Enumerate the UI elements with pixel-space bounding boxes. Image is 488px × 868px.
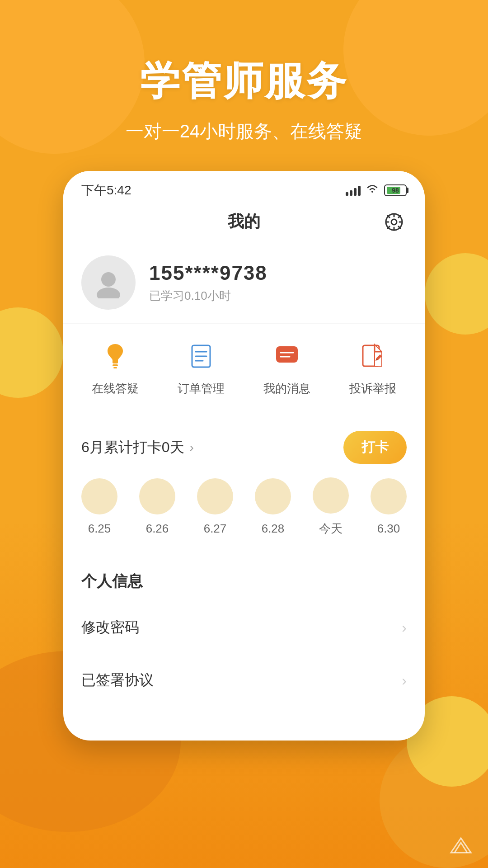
checkin-arrow-icon: ›: [190, 440, 194, 455]
report-label: 投诉举报: [349, 381, 396, 396]
action-report[interactable]: 投诉举报: [349, 337, 396, 396]
checkin-header: 6月累计打卡0天 › 打卡: [81, 431, 407, 464]
profile-section: 155****9738 已学习0.10小时: [63, 242, 425, 323]
change-password-label: 修改密码: [81, 618, 139, 637]
day-item-2: 6.27: [197, 478, 233, 536]
day-item-3: 6.28: [255, 478, 291, 536]
day-item-4: 今天: [313, 477, 349, 537]
signed-agreement-label: 已签署协议: [81, 670, 154, 690]
qa-label: 在线答疑: [92, 381, 139, 396]
action-qa[interactable]: 在线答疑: [92, 337, 139, 396]
svg-rect-13: [113, 367, 117, 368]
avatar[interactable]: [81, 255, 136, 310]
day-circle-1: [139, 478, 175, 514]
day-circle-0: [81, 478, 117, 514]
day-circle-4: [313, 477, 349, 514]
day-label-3: 6.28: [262, 522, 285, 536]
status-bar: 下午5:42 98: [63, 171, 425, 206]
day-label-2: 6.27: [204, 522, 227, 536]
nav-bar: 我的: [63, 206, 425, 242]
blob-middle-left: [0, 307, 63, 398]
wifi-icon: [366, 184, 379, 197]
checkin-button[interactable]: 打卡: [343, 431, 407, 464]
change-password-arrow-icon: ›: [402, 619, 407, 636]
report-icon-wrap: [355, 337, 391, 373]
change-password-item[interactable]: 修改密码 ›: [81, 601, 407, 654]
svg-rect-12: [113, 364, 118, 366]
day-label-0: 6.25: [88, 522, 111, 536]
header-area: 学管师服务 一对一24小时服务、在线答疑: [0, 0, 488, 144]
action-message[interactable]: 我的消息: [263, 337, 310, 396]
checkin-days: 6.25 6.26 6.27 6.28 今天: [81, 477, 407, 537]
order-label: 订单管理: [178, 381, 225, 396]
order-icon-wrap: [183, 337, 219, 373]
message-icon-wrap: [269, 337, 305, 373]
status-icons: 98: [346, 184, 407, 197]
svg-point-1: [391, 219, 397, 225]
day-item-1: 6.26: [139, 478, 175, 536]
background: 学管师服务 一对一24小时服务、在线答疑 下午5:42: [0, 0, 488, 868]
watermark: [447, 835, 474, 859]
personal-info-section: 个人信息 修改密码 › 已签署协议 ›: [63, 557, 425, 707]
day-circle-3: [255, 478, 291, 514]
blob-middle-right: [425, 253, 488, 335]
day-label-5: 6.30: [377, 522, 400, 536]
nav-title: 我的: [228, 211, 260, 233]
checkin-section: 6月累计打卡0天 › 打卡 6.25 6.26 6.27: [63, 417, 425, 550]
svg-point-11: [97, 288, 120, 298]
qa-icon-wrap: [97, 337, 133, 373]
phone-number: 155****9738: [149, 262, 407, 284]
study-time: 已学习0.10小时: [149, 288, 407, 304]
personal-info-title: 个人信息: [81, 557, 407, 601]
day-label-4: 今天: [319, 521, 343, 537]
settings-button[interactable]: [381, 209, 407, 235]
checkin-title-wrap[interactable]: 6月累计打卡0天 ›: [81, 438, 194, 458]
day-circle-5: [371, 478, 407, 514]
action-order[interactable]: 订单管理: [178, 337, 225, 396]
gear-icon: [385, 213, 403, 231]
day-label-1: 6.26: [146, 522, 169, 536]
phone-mockup: 下午5:42 98: [63, 171, 425, 741]
day-item-0: 6.25: [81, 478, 117, 536]
day-item-5: 6.30: [371, 478, 407, 536]
signed-agreement-item[interactable]: 已签署协议 ›: [81, 654, 407, 707]
checkin-title: 6月累计打卡0天: [81, 438, 184, 458]
profile-info: 155****9738 已学习0.10小时: [149, 262, 407, 304]
quick-actions: 在线答疑 订单管理: [63, 323, 425, 410]
main-title: 学管师服务: [0, 54, 488, 108]
svg-point-10: [101, 272, 116, 287]
sub-title: 一对一24小时服务、在线答疑: [0, 119, 488, 144]
day-circle-2: [197, 478, 233, 514]
status-time: 下午5:42: [81, 182, 131, 199]
battery-icon: 98: [384, 184, 407, 196]
signed-agreement-arrow-icon: ›: [402, 672, 407, 689]
signal-icon: [346, 185, 361, 196]
battery-level: 98: [392, 187, 399, 194]
message-label: 我的消息: [263, 381, 310, 396]
